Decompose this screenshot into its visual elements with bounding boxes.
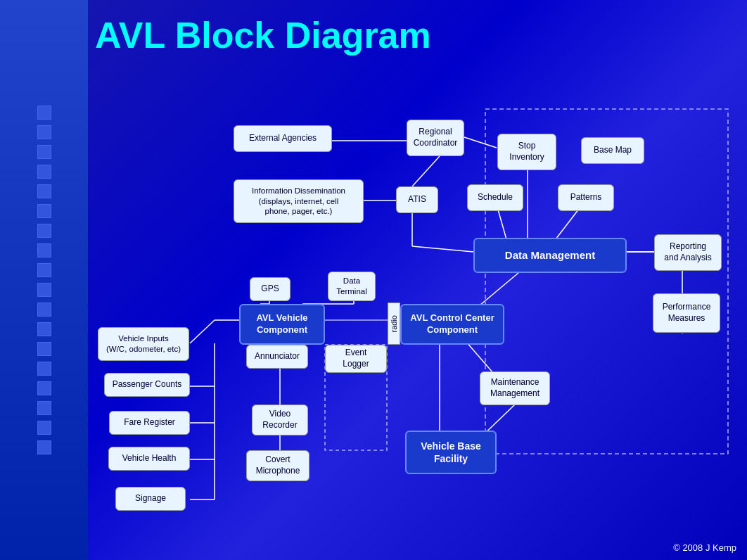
sidebar-decoration xyxy=(37,224,51,238)
sidebar-decoration xyxy=(37,145,51,159)
stop-inventory-box: Stop Inventory xyxy=(497,134,556,170)
svg-line-8 xyxy=(412,246,473,252)
sidebar-decoration xyxy=(37,263,51,277)
sidebar-decoration xyxy=(37,165,51,179)
data-terminal-box: Data Terminal xyxy=(328,272,376,301)
sidebar-decoration xyxy=(37,322,51,336)
left-sidebar xyxy=(0,0,88,560)
sidebar-decoration xyxy=(37,283,51,297)
svg-line-3 xyxy=(464,137,497,148)
sidebar-decoration xyxy=(37,125,51,139)
vehicle-health-box: Vehicle Health xyxy=(108,447,190,471)
sidebar-decoration xyxy=(37,362,51,376)
performance-measures-box: Performance Measures xyxy=(653,293,720,333)
video-recorder-box: Video Recorder xyxy=(252,405,308,435)
maintenance-mgmt-box: Maintenance Management xyxy=(480,371,550,405)
sidebar-decoration xyxy=(37,401,51,415)
fare-register-box: Fare Register xyxy=(109,411,190,435)
sidebar-decoration xyxy=(37,303,51,317)
reporting-analysis-box: Reporting and Analysis xyxy=(654,234,722,271)
regional-coordinator-box: Regional Coordinator xyxy=(407,120,464,156)
radio-label: radio xyxy=(388,303,400,345)
annunciator-box: Annunciator xyxy=(246,345,308,369)
signage-box: Signage xyxy=(115,487,186,511)
vehicle-base-box: Vehicle Base Facility xyxy=(405,431,497,474)
patterns-box: Patterns xyxy=(558,184,614,211)
sidebar-decoration xyxy=(37,243,51,257)
covert-microphone-box: Covert Microphone xyxy=(246,450,309,481)
data-management-box: Data Management xyxy=(473,238,627,273)
page-title: AVL Block Diagram xyxy=(95,14,431,56)
external-agencies-box: External Agencies xyxy=(234,125,332,152)
info-dissemination-box: Information Dissemination (displays, int… xyxy=(234,179,364,223)
sidebar-decoration xyxy=(37,381,51,395)
avl-control-box: AVL Control Center Component xyxy=(400,304,504,345)
atis-box: ATIS xyxy=(396,186,438,213)
svg-line-24 xyxy=(190,320,215,343)
event-logger-box: Event Logger xyxy=(325,345,387,373)
sidebar-decoration xyxy=(37,440,51,454)
sidebar-decoration xyxy=(37,106,51,120)
copyright-text: © 2008 J Kemp xyxy=(673,542,736,553)
svg-line-4 xyxy=(412,156,440,186)
sidebar-decoration xyxy=(37,184,51,198)
base-map-box: Base Map xyxy=(581,137,644,164)
gps-box: GPS xyxy=(250,277,290,301)
passenger-counts-box: Passenger Counts xyxy=(104,373,190,397)
schedule-box: Schedule xyxy=(467,184,523,211)
sidebar-decoration xyxy=(37,421,51,435)
sidebar-decoration xyxy=(37,204,51,218)
avl-vehicle-box: AVL Vehicle Component xyxy=(239,304,325,345)
sidebar-decoration xyxy=(37,342,51,356)
vehicle-inputs-box: Vehicle Inputs (W/C, odometer, etc) xyxy=(98,327,189,361)
